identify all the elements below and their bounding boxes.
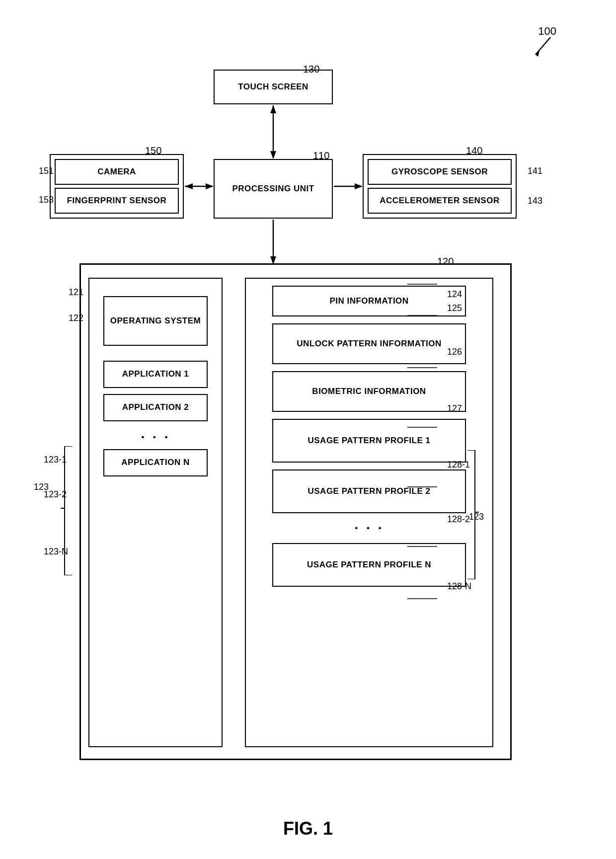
ref-143-label: 143 xyxy=(528,196,542,206)
touch-screen-label: TOUCH SCREEN xyxy=(238,81,308,92)
diagram-container: 100 130 TOUCH SCREEN 110 PROCESSING UNIT… xyxy=(30,20,586,815)
svg-marker-3 xyxy=(270,105,276,113)
gyroscope-box: GYROSCOPE SENSOR xyxy=(368,159,512,185)
ref-lines-svg xyxy=(407,268,452,616)
app2-label: APPLICATION 2 xyxy=(122,402,189,413)
fig-caption: FIG. 1 xyxy=(283,818,333,839)
dots-right: · · · xyxy=(355,520,384,536)
ref-151-label: 151 xyxy=(39,166,54,176)
svg-marker-7 xyxy=(185,183,193,189)
svg-marker-9 xyxy=(355,183,363,189)
svg-marker-6 xyxy=(206,183,214,189)
ref-123-label: 123 xyxy=(34,482,49,492)
app2-box: APPLICATION 2 xyxy=(103,394,208,421)
os-box: OPERATING SYSTEM xyxy=(103,296,208,346)
fingerprint-sensor-box: FINGERPRINT SENSOR xyxy=(55,188,179,214)
processing-unit-label: PROCESSING UNIT xyxy=(232,183,314,194)
ref-121-label: 121 xyxy=(69,287,83,298)
dots-left: · · · xyxy=(141,429,170,445)
left-sensor-box: CAMERA FINGERPRINT SENSOR xyxy=(50,154,184,219)
app1-box: APPLICATION 1 xyxy=(103,361,208,388)
ref-122-label: 122 xyxy=(69,313,83,323)
app1-label: APPLICATION 1 xyxy=(122,369,189,380)
svg-line-0 xyxy=(536,37,550,55)
camera-box: CAMERA xyxy=(55,159,179,185)
pin-info-label: PIN INFORMATION xyxy=(329,296,408,307)
os-label: OPERATING SYSTEM xyxy=(110,315,201,326)
processing-unit-box: PROCESSING UNIT xyxy=(214,159,333,219)
svg-marker-4 xyxy=(270,151,276,159)
ref-141-label: 141 xyxy=(528,166,542,176)
arrow-100-icon xyxy=(531,35,555,60)
accelerometer-box: ACCELEROMETER SENSOR xyxy=(368,188,512,214)
brace-123-icon xyxy=(60,446,75,575)
ref-153-label: 153 xyxy=(39,195,54,205)
right-sensor-box: GYROSCOPE SENSOR ACCELEROMETER SENSOR xyxy=(363,154,517,219)
appN-box: APPLICATION N xyxy=(103,449,208,476)
appN-label: APPLICATION N xyxy=(121,457,189,468)
brace-123-right-icon xyxy=(465,450,480,579)
touch-screen-box: TOUCH SCREEN xyxy=(214,70,333,104)
left-column: OPERATING SYSTEM APPLICATION 1 APPLICATI… xyxy=(88,278,223,747)
